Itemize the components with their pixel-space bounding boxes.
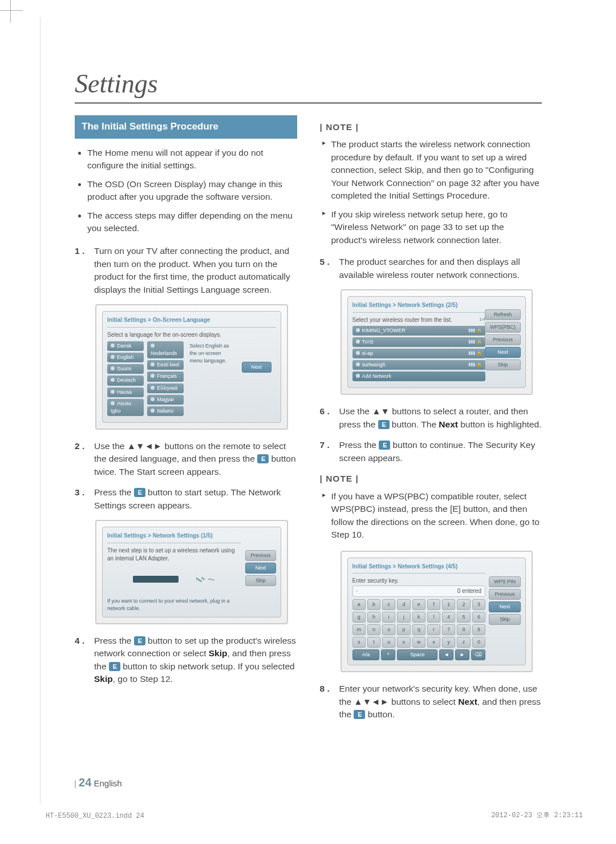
previous-button: Previous — [485, 334, 521, 345]
section-heading: The Initial Settings Procedure — [75, 115, 297, 139]
key: 2 — [457, 599, 470, 610]
router-item: TIAS▮▮▮ 🔒 — [352, 337, 486, 347]
bullet-1: The Home menu will not appear if you do … — [87, 147, 297, 172]
note-list-1: The product starts the wireless network … — [320, 138, 542, 247]
router-item: KIMING_VTOWER▮▮▮ 🔒 — [352, 326, 486, 336]
key: g — [352, 612, 366, 623]
lang-opt: Dansk — [107, 341, 144, 351]
intro-bullets: The Home menu will not appear if you do … — [75, 147, 297, 235]
key: x — [427, 637, 440, 648]
key: ◄ — [439, 649, 453, 660]
page-number: 24 — [79, 776, 91, 789]
step-text: Turn on your TV after connecting the pro… — [94, 245, 297, 296]
step-text: Press the button to start setup. The Net… — [94, 486, 297, 512]
refresh-button: Refresh — [485, 309, 521, 320]
step-number: 4 . — [75, 635, 94, 686]
lang-opt: Ελληνικά — [147, 383, 184, 393]
lang-opt: Deutsch — [107, 375, 144, 385]
enter-icon — [134, 488, 145, 497]
key: 0 — [472, 637, 485, 648]
add-network-item: Add Network — [352, 371, 486, 381]
arrow-keys-icon: ▲▼◄► — [127, 441, 162, 451]
step-text: Press the button to set up the product's… — [94, 635, 297, 686]
key: 4 — [442, 612, 455, 623]
lang-opt: Magyar — [147, 395, 184, 405]
crop-mark-top — [0, 10, 23, 11]
router-item: si-ap▮▮▮ 🔒 — [352, 349, 486, 358]
footer-lang: English — [94, 778, 122, 788]
previous-button: Previous — [489, 589, 521, 600]
lang-opt: English — [107, 353, 144, 362]
note-item: If you skip wireless network setup here,… — [322, 208, 542, 247]
lang-col-2: Nederlands Eesti keel Français Ελληνικά … — [147, 341, 184, 417]
note-heading: | NOTE | — [320, 473, 542, 485]
key: 3 — [472, 599, 485, 610]
lang-hint: Select English as the on-screen menu lan… — [187, 341, 236, 417]
enter-icon — [378, 420, 390, 429]
wifi-icon: 𝇚 ⏦ — [196, 572, 215, 585]
screen-note: If you want to connect to your wired net… — [107, 597, 241, 612]
screen-breadcrumb: Initial Settings > Network Settings (1/5… — [107, 532, 241, 540]
page-footer: | 24 English — [74, 776, 122, 789]
key: A/a — [352, 649, 380, 660]
crop-mark-left — [10, 0, 11, 23]
key: c — [382, 599, 395, 610]
step-number: 6 . — [320, 405, 339, 431]
key: * — [381, 649, 395, 660]
enter-icon — [257, 454, 269, 463]
enter-icon — [354, 710, 365, 719]
step-text: Use the ▲▼◄► buttons on the remote to se… — [94, 440, 297, 478]
key: f — [427, 599, 440, 610]
screenshot-network-4: Initial Settings > Network Settings (4/5… — [341, 551, 533, 673]
key: l — [427, 612, 440, 623]
key: Space — [397, 649, 437, 660]
step-number: 3 . — [75, 486, 94, 512]
screenshot-network-1: Initial Settings > Network Settings (1/5… — [95, 520, 288, 624]
step-4: 4 . Press the button to set up the produ… — [75, 635, 297, 686]
key: ⌫ — [471, 649, 485, 660]
lang-opt: Asusu Igbo — [107, 399, 144, 416]
bullet-2: The OSD (On Screen Display) may change i… — [87, 178, 297, 204]
entry-field: ·0 entered — [352, 585, 486, 597]
step-number: 7 . — [320, 439, 339, 465]
lang-opt: Hausa — [107, 387, 144, 397]
screen-breadcrumb: Initial Settings > Network Settings (2/5… — [352, 301, 486, 310]
key: z — [457, 637, 470, 648]
arrow-keys-icon: ▲▼ — [372, 406, 390, 416]
screen-prompt: Select a language for the on-screen disp… — [107, 331, 276, 340]
key: 6 — [472, 612, 485, 623]
key: u — [382, 637, 395, 648]
key: v — [397, 637, 410, 648]
key: 1 — [442, 599, 455, 610]
arrow-keys-icon: ▲▼◄► — [354, 697, 388, 706]
bullet-3: The access steps may differ depending on… — [87, 209, 297, 235]
onscreen-keyboard: abcdef123ghijkl456mnopqr789stuvwxyz0A/a*… — [352, 599, 486, 660]
screenshot-language: Initial Settings > On-Screen Language Se… — [95, 304, 288, 429]
print-meta-right: 2012-02-23 오후 2:23:11 — [491, 810, 583, 820]
step-8: 8 . Enter your network's security key. W… — [320, 683, 542, 721]
step-number: 8 . — [320, 683, 339, 721]
device-icon — [133, 576, 179, 583]
step-1: 1 . Turn on your TV after connecting the… — [75, 245, 297, 296]
key: ► — [455, 649, 469, 660]
enter-icon — [109, 662, 120, 671]
lang-col-1: Dansk English Suomi Deutsch Hausa Asusu … — [107, 341, 144, 417]
wpspin-button: WPS PIN — [489, 576, 521, 587]
signal-icon: ▮▮▮ 🔒 — [468, 350, 482, 357]
key: d — [397, 599, 410, 610]
lang-opt: Suomi — [107, 364, 144, 374]
skip-button: Skip — [489, 614, 521, 625]
step-6: 6 . Use the ▲▼ buttons to select a route… — [320, 405, 542, 431]
key: r — [427, 624, 440, 635]
key: m — [352, 624, 366, 635]
next-button: Next — [245, 563, 275, 574]
device-diagram: 𝇚 ⏦ — [107, 563, 241, 595]
enter-icon — [379, 441, 390, 450]
step-5: 5 . The product searches for and then di… — [320, 256, 542, 281]
key: b — [367, 599, 380, 610]
page-title: Settings — [75, 68, 542, 104]
step-text: Press the button to continue. The Securi… — [339, 439, 542, 465]
key: p — [397, 624, 410, 635]
skip-button: Skip — [485, 360, 521, 370]
left-column: The Initial Settings Procedure The Home … — [75, 115, 297, 729]
